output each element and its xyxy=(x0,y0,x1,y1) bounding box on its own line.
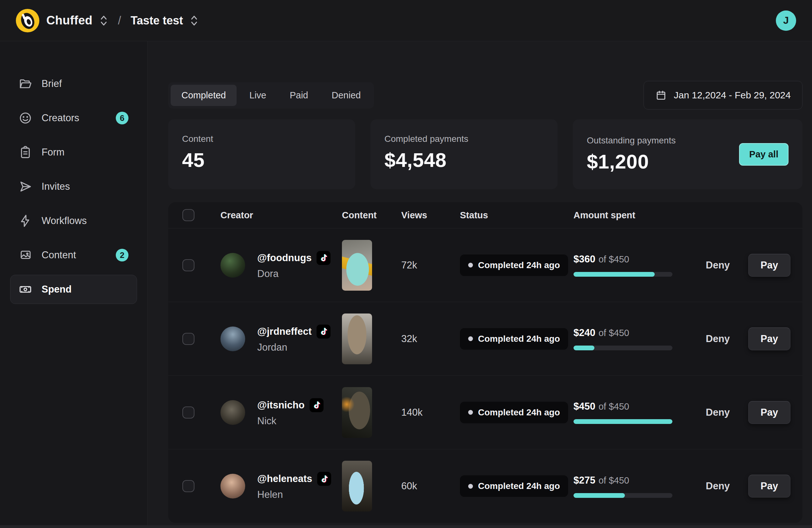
project-selector[interactable] xyxy=(189,14,199,27)
select-all-checkbox[interactable] xyxy=(183,209,194,221)
table-row: @heleneats Helen 60k Completed 24h ago $ xyxy=(168,449,802,523)
table-header: Creator Content Views Status Amount spen… xyxy=(168,202,802,228)
project-name: Taste test xyxy=(131,14,183,27)
up-down-chevrons-icon xyxy=(99,14,108,27)
sidebar-item-label: Invites xyxy=(42,181,70,192)
spend-progress-bar xyxy=(574,272,672,277)
tab-live[interactable]: Live xyxy=(238,85,277,106)
sidebar-item-form[interactable]: Form xyxy=(10,138,137,167)
pay-button[interactable]: Pay xyxy=(748,475,791,498)
app-window: Chuffed / Taste test J xyxy=(0,0,812,528)
creator-handle[interactable]: @foodnugs xyxy=(257,252,311,264)
breadcrumb-separator: / xyxy=(118,14,121,27)
status-dot-icon xyxy=(468,410,473,415)
sidebar-item-label: Spend xyxy=(42,284,72,295)
folder-open-icon xyxy=(19,77,32,90)
brand-selector[interactable] xyxy=(99,14,108,27)
banknote-icon xyxy=(19,283,32,296)
row-checkbox[interactable] xyxy=(183,259,194,271)
stat-value: 45 xyxy=(182,148,341,171)
deny-button[interactable]: Deny xyxy=(706,407,730,418)
amount-budget: of $450 xyxy=(598,475,629,485)
content-thumbnail[interactable] xyxy=(342,461,372,512)
sidebar-item-brief[interactable]: Brief xyxy=(10,69,137,98)
chuffed-logo-icon[interactable] xyxy=(16,9,39,32)
creator-avatar xyxy=(220,253,245,277)
table-row: @jrdneffect Jordan 32k Completed 24h ago xyxy=(168,302,802,376)
deny-button[interactable]: Deny xyxy=(706,481,730,492)
sidebar-item-spend[interactable]: Spend xyxy=(10,275,137,304)
pay-button[interactable]: Pay xyxy=(748,254,791,277)
status-badge: Completed 24h ago xyxy=(460,475,568,497)
deny-button[interactable]: Deny xyxy=(706,259,730,271)
amount-spent: $450 xyxy=(574,401,595,412)
date-range-value: Jan 12,2024 - Feb 29, 2024 xyxy=(674,90,791,101)
clipboard-icon xyxy=(19,146,32,159)
pay-all-button[interactable]: Pay all xyxy=(739,143,788,166)
column-header-amount-spent: Amount spent xyxy=(574,210,706,220)
sidebar: Brief Creators 6 xyxy=(0,41,147,528)
pay-button[interactable]: Pay xyxy=(748,401,791,424)
gallery-icon xyxy=(19,248,32,262)
tab-paid[interactable]: Paid xyxy=(279,85,319,106)
stat-label: Content xyxy=(182,134,341,144)
main-content: Completed Live Paid Denied Jan 12,2024 -… xyxy=(147,41,812,528)
sidebar-item-creators[interactable]: Creators 6 xyxy=(10,103,137,133)
sidebar-item-label: Form xyxy=(42,147,64,158)
sidebar-item-invites[interactable]: Invites xyxy=(10,172,137,201)
views-value: 32k xyxy=(401,333,460,345)
smiley-icon xyxy=(19,111,32,125)
stat-value: $1,200 xyxy=(587,150,676,173)
creator-name: Helen xyxy=(257,489,331,500)
creator-avatar xyxy=(220,474,245,499)
amount-budget: of $450 xyxy=(598,328,629,338)
date-range-picker[interactable]: Jan 12,2024 - Feb 29, 2024 xyxy=(643,81,802,110)
sidebar-item-workflows[interactable]: Workflows xyxy=(10,206,137,236)
sidebar-item-content[interactable]: Content 2 xyxy=(10,241,137,270)
bottom-bar xyxy=(0,525,812,528)
user-avatar[interactable]: J xyxy=(776,11,796,31)
sidebar-item-label: Creators xyxy=(42,112,79,124)
amount-budget: of $450 xyxy=(598,401,629,412)
content-thumbnail[interactable] xyxy=(342,240,372,291)
deny-button[interactable]: Deny xyxy=(706,333,730,345)
views-value: 72k xyxy=(401,259,460,271)
spend-progress-bar xyxy=(574,493,672,498)
calendar-icon xyxy=(655,89,667,101)
column-header-creator: Creator xyxy=(220,210,342,220)
creator-handle[interactable]: @jrdneffect xyxy=(257,326,311,337)
table-row: @itsnicho Nick 140k Completed 24h ago $4 xyxy=(168,376,802,449)
up-down-chevrons-icon xyxy=(189,14,199,27)
status-badge: Completed 24h ago xyxy=(460,255,568,276)
sidebar-item-label: Content xyxy=(42,249,76,261)
status-badge: Completed 24h ago xyxy=(460,328,568,350)
creator-name: Jordan xyxy=(257,342,331,353)
row-checkbox[interactable] xyxy=(183,480,194,492)
table-row: @foodnugs Dora 72k Completed 24h ago $36 xyxy=(168,228,802,302)
amount-spent: $360 xyxy=(574,254,595,265)
creator-name: Dora xyxy=(257,268,331,280)
amount-spent: $240 xyxy=(574,327,595,338)
creator-handle[interactable]: @itsnicho xyxy=(257,399,304,411)
row-checkbox[interactable] xyxy=(183,406,194,418)
tiktok-icon xyxy=(309,398,323,412)
column-header-status: Status xyxy=(460,210,574,220)
tab-completed[interactable]: Completed xyxy=(171,85,237,106)
row-checkbox[interactable] xyxy=(183,333,194,345)
spend-table: Creator Content Views Status Amount spen… xyxy=(168,202,802,523)
lightning-icon xyxy=(19,214,32,228)
tab-denied[interactable]: Denied xyxy=(321,85,372,106)
content-thumbnail[interactable] xyxy=(342,387,372,438)
stat-card-content: Content 45 xyxy=(168,119,355,189)
creator-handle[interactable]: @heleneats xyxy=(257,473,312,485)
pay-button[interactable]: Pay xyxy=(748,327,791,350)
creators-count-badge: 6 xyxy=(116,112,129,124)
views-value: 140k xyxy=(401,407,460,418)
status-dot-icon xyxy=(468,484,473,489)
status-badge: Completed 24h ago xyxy=(460,402,568,423)
paper-plane-icon xyxy=(19,180,32,193)
views-value: 60k xyxy=(401,481,460,492)
status-dot-icon xyxy=(468,263,473,268)
content-thumbnail[interactable] xyxy=(342,314,372,364)
tiktok-icon xyxy=(317,251,331,265)
